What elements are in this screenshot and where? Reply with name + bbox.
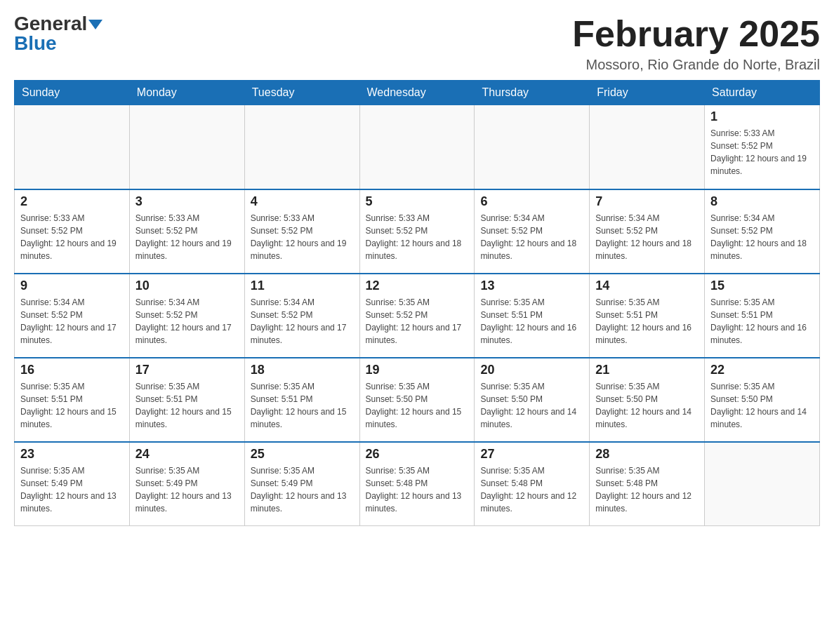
- calendar-cell: 2Sunrise: 5:33 AM Sunset: 5:52 PM Daylig…: [15, 189, 130, 274]
- calendar-cell: 22Sunrise: 5:35 AM Sunset: 5:50 PM Dayli…: [705, 358, 820, 442]
- calendar-cell: 3Sunrise: 5:33 AM Sunset: 5:52 PM Daylig…: [129, 189, 244, 274]
- day-info: Sunrise: 5:35 AM Sunset: 5:50 PM Dayligh…: [366, 380, 469, 431]
- day-number: 26: [366, 447, 469, 462]
- day-number: 17: [135, 363, 239, 377]
- calendar-cell: 8Sunrise: 5:34 AM Sunset: 5:52 PM Daylig…: [705, 189, 820, 274]
- calendar-week-row: 9Sunrise: 5:34 AM Sunset: 5:52 PM Daylig…: [15, 274, 820, 358]
- calendar-cell: 21Sunrise: 5:35 AM Sunset: 5:50 PM Dayli…: [590, 358, 705, 442]
- calendar-cell: 14Sunrise: 5:35 AM Sunset: 5:51 PM Dayli…: [590, 274, 705, 358]
- day-info: Sunrise: 5:34 AM Sunset: 5:52 PM Dayligh…: [480, 212, 583, 262]
- day-info: Sunrise: 5:35 AM Sunset: 5:51 PM Dayligh…: [595, 296, 699, 347]
- day-number: 23: [20, 447, 124, 462]
- calendar-cell: 5Sunrise: 5:33 AM Sunset: 5:52 PM Daylig…: [359, 189, 475, 274]
- calendar-cell: [705, 442, 820, 526]
- calendar-table: SundayMondayTuesdayWednesdayThursdayFrid…: [14, 80, 820, 526]
- calendar-cell: [244, 105, 359, 189]
- calendar-cell: [129, 105, 244, 189]
- calendar-week-row: 1Sunrise: 5:33 AM Sunset: 5:52 PM Daylig…: [15, 105, 820, 189]
- calendar-cell: [359, 105, 475, 189]
- calendar-cell: 4Sunrise: 5:33 AM Sunset: 5:52 PM Daylig…: [244, 189, 359, 274]
- day-info: Sunrise: 5:33 AM Sunset: 5:52 PM Dayligh…: [251, 212, 354, 262]
- calendar-cell: 1Sunrise: 5:33 AM Sunset: 5:52 PM Daylig…: [705, 105, 820, 189]
- calendar-cell: 24Sunrise: 5:35 AM Sunset: 5:49 PM Dayli…: [129, 442, 244, 526]
- calendar-title: February 2025: [572, 14, 820, 54]
- day-number: 16: [20, 363, 124, 377]
- calendar-cell: 13Sunrise: 5:35 AM Sunset: 5:51 PM Dayli…: [475, 274, 590, 358]
- day-info: Sunrise: 5:35 AM Sunset: 5:51 PM Dayligh…: [480, 296, 583, 347]
- day-info: Sunrise: 5:34 AM Sunset: 5:52 PM Dayligh…: [595, 212, 699, 262]
- logo-general-text: General: [14, 13, 87, 34]
- calendar-header-row: SundayMondayTuesdayWednesdayThursdayFrid…: [15, 81, 820, 105]
- day-info: Sunrise: 5:34 AM Sunset: 5:52 PM Dayligh…: [135, 296, 239, 347]
- day-number: 24: [135, 447, 239, 462]
- day-info: Sunrise: 5:35 AM Sunset: 5:49 PM Dayligh…: [20, 464, 124, 515]
- day-of-week-header: Saturday: [705, 81, 820, 105]
- day-info: Sunrise: 5:35 AM Sunset: 5:48 PM Dayligh…: [366, 464, 469, 515]
- day-number: 25: [251, 447, 354, 462]
- day-number: 27: [480, 447, 583, 462]
- calendar-cell: 9Sunrise: 5:34 AM Sunset: 5:52 PM Daylig…: [15, 274, 130, 358]
- calendar-subtitle: Mossoro, Rio Grande do Norte, Brazil: [572, 57, 820, 73]
- day-number: 10: [135, 279, 239, 293]
- calendar-cell: [475, 105, 590, 189]
- calendar-cell: 25Sunrise: 5:35 AM Sunset: 5:49 PM Dayli…: [244, 442, 359, 526]
- day-info: Sunrise: 5:35 AM Sunset: 5:49 PM Dayligh…: [135, 464, 239, 515]
- day-of-week-header: Monday: [129, 81, 244, 105]
- day-info: Sunrise: 5:34 AM Sunset: 5:52 PM Dayligh…: [251, 296, 354, 347]
- day-number: 12: [366, 279, 469, 293]
- day-info: Sunrise: 5:34 AM Sunset: 5:52 PM Dayligh…: [20, 296, 124, 347]
- calendar-cell: 20Sunrise: 5:35 AM Sunset: 5:50 PM Dayli…: [475, 358, 590, 442]
- logo: General Blue: [14, 14, 102, 53]
- calendar-cell: 23Sunrise: 5:35 AM Sunset: 5:49 PM Dayli…: [15, 442, 130, 526]
- calendar-week-row: 16Sunrise: 5:35 AM Sunset: 5:51 PM Dayli…: [15, 358, 820, 442]
- day-number: 14: [595, 279, 699, 293]
- day-number: 3: [135, 194, 239, 209]
- logo-blue-text: Blue: [14, 32, 57, 54]
- day-of-week-header: Wednesday: [359, 81, 475, 105]
- day-info: Sunrise: 5:35 AM Sunset: 5:51 PM Dayligh…: [710, 296, 814, 347]
- day-of-week-header: Sunday: [15, 81, 130, 105]
- day-number: 5: [366, 194, 469, 209]
- day-number: 22: [710, 363, 814, 377]
- calendar-cell: 6Sunrise: 5:34 AM Sunset: 5:52 PM Daylig…: [475, 189, 590, 274]
- title-block: February 2025 Mossoro, Rio Grande do Nor…: [572, 14, 820, 73]
- calendar-cell: [590, 105, 705, 189]
- day-info: Sunrise: 5:35 AM Sunset: 5:51 PM Dayligh…: [135, 380, 239, 431]
- day-number: 7: [595, 194, 699, 209]
- calendar-cell: 17Sunrise: 5:35 AM Sunset: 5:51 PM Dayli…: [129, 358, 244, 442]
- day-info: Sunrise: 5:33 AM Sunset: 5:52 PM Dayligh…: [710, 127, 814, 177]
- day-info: Sunrise: 5:35 AM Sunset: 5:50 PM Dayligh…: [480, 380, 583, 431]
- page-header: General Blue February 2025 Mossoro, Rio …: [14, 14, 820, 73]
- calendar-cell: 27Sunrise: 5:35 AM Sunset: 5:48 PM Dayli…: [475, 442, 590, 526]
- day-info: Sunrise: 5:35 AM Sunset: 5:51 PM Dayligh…: [251, 380, 354, 431]
- day-info: Sunrise: 5:34 AM Sunset: 5:52 PM Dayligh…: [710, 212, 814, 262]
- calendar-cell: 18Sunrise: 5:35 AM Sunset: 5:51 PM Dayli…: [244, 358, 359, 442]
- day-number: 13: [480, 279, 583, 293]
- calendar-cell: 28Sunrise: 5:35 AM Sunset: 5:48 PM Dayli…: [590, 442, 705, 526]
- day-number: 15: [710, 279, 814, 293]
- day-number: 28: [595, 447, 699, 462]
- calendar-week-row: 23Sunrise: 5:35 AM Sunset: 5:49 PM Dayli…: [15, 442, 820, 526]
- day-info: Sunrise: 5:35 AM Sunset: 5:48 PM Dayligh…: [480, 464, 583, 515]
- day-info: Sunrise: 5:35 AM Sunset: 5:49 PM Dayligh…: [251, 464, 354, 515]
- day-number: 9: [20, 279, 124, 293]
- calendar-cell: 12Sunrise: 5:35 AM Sunset: 5:52 PM Dayli…: [359, 274, 475, 358]
- calendar-cell: [15, 105, 130, 189]
- calendar-cell: 26Sunrise: 5:35 AM Sunset: 5:48 PM Dayli…: [359, 442, 475, 526]
- day-number: 1: [710, 109, 814, 124]
- day-info: Sunrise: 5:35 AM Sunset: 5:51 PM Dayligh…: [20, 380, 124, 431]
- day-number: 21: [595, 363, 699, 377]
- day-info: Sunrise: 5:33 AM Sunset: 5:52 PM Dayligh…: [135, 212, 239, 262]
- calendar-cell: 7Sunrise: 5:34 AM Sunset: 5:52 PM Daylig…: [590, 189, 705, 274]
- day-number: 19: [366, 363, 469, 377]
- day-number: 2: [20, 194, 124, 209]
- day-info: Sunrise: 5:35 AM Sunset: 5:52 PM Dayligh…: [366, 296, 469, 347]
- logo-general-row: General: [14, 14, 102, 34]
- day-of-week-header: Thursday: [475, 81, 590, 105]
- day-info: Sunrise: 5:33 AM Sunset: 5:52 PM Dayligh…: [20, 212, 124, 262]
- day-number: 4: [251, 194, 354, 209]
- calendar-cell: 15Sunrise: 5:35 AM Sunset: 5:51 PM Dayli…: [705, 274, 820, 358]
- day-number: 8: [710, 194, 814, 209]
- calendar-cell: 19Sunrise: 5:35 AM Sunset: 5:50 PM Dayli…: [359, 358, 475, 442]
- logo-triangle-icon: [88, 20, 102, 29]
